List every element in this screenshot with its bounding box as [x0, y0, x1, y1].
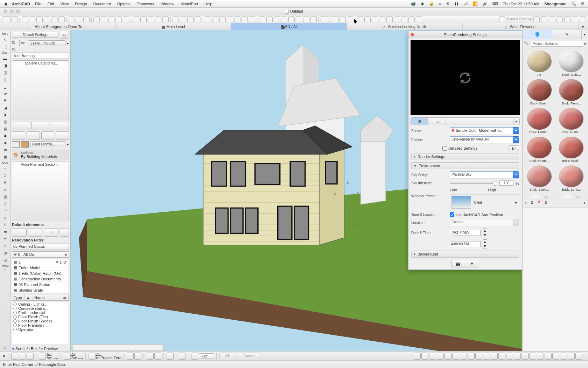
- surface-item[interactable]: Brick: Soldi...: [557, 137, 586, 163]
- tabs-overflow[interactable]: ▸: [578, 23, 588, 30]
- door-tool[interactable]: ◨: [1, 62, 9, 69]
- slab-tool[interactable]: ▱: [1, 90, 9, 97]
- surface-item[interactable]: Ceiling: 2'x2...: [557, 194, 586, 198]
- column-tool[interactable]: ▯: [1, 76, 9, 83]
- toolbar-btn[interactable]: [580, 16, 586, 22]
- section-tool[interactable]: ✂: [1, 235, 9, 242]
- construction-method-4[interactable]: [56, 131, 69, 140]
- toolbox-bottom[interactable]: ◇: [1, 344, 9, 351]
- toolbar-btn[interactable]: [173, 16, 179, 22]
- minimize-window[interactable]: [10, 9, 14, 13]
- lock-icon[interactable]: 🔒: [429, 1, 434, 6]
- construction-method-1[interactable]: [12, 131, 25, 140]
- tab-main-level[interactable]: ▦Main Level: [115, 23, 231, 30]
- bb[interactable]: [498, 353, 505, 360]
- bb[interactable]: [552, 353, 559, 360]
- bb[interactable]: [545, 353, 552, 360]
- bb[interactable]: [506, 353, 513, 360]
- bb[interactable]: [154, 353, 161, 360]
- bb[interactable]: [39, 353, 46, 360]
- morph-tool[interactable]: ◆: [1, 132, 9, 139]
- pr-tab-settings[interactable]: ⚙: [411, 118, 428, 125]
- bb[interactable]: [11, 353, 18, 360]
- qo-item[interactable]: ▦1 Fills (Color) Hatch (On)...: [12, 271, 69, 276]
- toolbar-btn[interactable]: [288, 16, 295, 22]
- surfaces-tab-pick[interactable]: ✎: [552, 30, 582, 39]
- menu-design[interactable]: Design: [75, 2, 87, 6]
- geometry-method-2[interactable]: [31, 122, 50, 130]
- keyboard-icon[interactable]: ⌨: [492, 1, 498, 6]
- drawing-tool[interactable]: ▭: [1, 228, 9, 235]
- zoom-window[interactable]: [16, 9, 20, 13]
- toolbar-btn[interactable]: [556, 16, 563, 22]
- engine-select[interactable]: CineRender by MAXON: [450, 136, 519, 143]
- background-group[interactable]: Background: [411, 251, 519, 258]
- construction-method-3[interactable]: [41, 131, 55, 140]
- building-material[interactable]: Floor Framin...: [30, 141, 65, 147]
- toolbar-btn[interactable]: [533, 16, 540, 22]
- material-swatch[interactable]: [21, 141, 29, 148]
- toolbar-btn[interactable]: [108, 16, 114, 22]
- toolbar-btn[interactable]: [133, 16, 139, 22]
- video-icon[interactable]: 📹: [411, 1, 416, 6]
- vb[interactable]: [136, 345, 142, 350]
- chevron-right-icon[interactable]: ▸: [584, 200, 586, 205]
- qo-item[interactable]: ▦Building Scale: [12, 287, 69, 293]
- close-window[interactable]: [4, 9, 7, 13]
- surface-item[interactable]: Block: CMU...: [557, 50, 586, 76]
- toolbar-btn[interactable]: [219, 16, 226, 22]
- circle-tool[interactable]: ○: [1, 214, 9, 221]
- toolbar-btn[interactable]: [148, 16, 154, 22]
- marquee-tool[interactable]: ⬚: [1, 43, 9, 50]
- layerset-select[interactable]: 👁 0 - All On▸: [12, 251, 69, 258]
- bb[interactable]: [537, 353, 544, 360]
- toolbar-btn[interactable]: [408, 16, 415, 22]
- bb[interactable]: [468, 353, 475, 360]
- level-tool[interactable]: ⊙: [1, 172, 9, 179]
- toolbar-btn[interactable]: [549, 16, 555, 22]
- zone-tool[interactable]: ▭: [1, 146, 9, 153]
- bb[interactable]: [522, 353, 528, 360]
- toolbar-btn[interactable]: [274, 16, 280, 22]
- alt-icon[interactable]: ⎇: [463, 1, 468, 6]
- toolbar-btn[interactable]: [58, 16, 65, 22]
- surface-search-input[interactable]: [531, 41, 583, 47]
- sky-setup-select[interactable]: Physical Sky: [450, 171, 519, 178]
- bb[interactable]: [452, 353, 459, 360]
- beam-tool[interactable]: ⎯: [1, 83, 9, 90]
- menu-document[interactable]: Document: [93, 2, 111, 6]
- cancel-button[interactable]: Cancel: [238, 353, 260, 359]
- time-stepper[interactable]: ▲▼: [483, 239, 487, 248]
- toolbar-btn[interactable]: [180, 16, 186, 22]
- toolbar-btn[interactable]: [162, 16, 169, 22]
- qo-item[interactable]: ▦1'= 1'-0": [12, 259, 69, 265]
- vb[interactable]: [122, 345, 128, 350]
- toolbar-btn[interactable]: [372, 16, 378, 22]
- menu-window[interactable]: Window: [161, 2, 174, 6]
- toolbar-btn[interactable]: [541, 16, 547, 22]
- toolbar-btn[interactable]: [2, 16, 10, 22]
- bb[interactable]: [179, 353, 186, 360]
- bb[interactable]: [64, 353, 71, 360]
- toolbar-btn[interactable]: [347, 16, 353, 22]
- vb[interactable]: [80, 345, 86, 350]
- camera-dropdown[interactable]: ▼: [465, 260, 479, 267]
- scene-select[interactable]: Simple Color Model with Li...: [450, 127, 519, 134]
- bb[interactable]: [437, 353, 444, 360]
- toolbar-btn[interactable]: [401, 16, 407, 22]
- toolbar-btn[interactable]: [394, 16, 400, 22]
- toolbar-btn[interactable]: [44, 16, 50, 22]
- pr-preview[interactable]: [411, 40, 520, 115]
- bb[interactable]: [514, 353, 521, 360]
- geometry-method-3[interactable]: [51, 122, 69, 130]
- menu-edit[interactable]: Edit: [48, 2, 54, 6]
- bb[interactable]: [429, 353, 436, 360]
- toolbar-btn[interactable]: [296, 16, 302, 22]
- id-field[interactable]: [12, 53, 69, 59]
- surface-item[interactable]: Brick: Runni...: [525, 137, 554, 163]
- roof-tool[interactable]: ◢: [1, 104, 9, 111]
- vb[interactable]: [129, 345, 135, 350]
- bb[interactable]: [575, 353, 582, 360]
- arrow-tool[interactable]: ↖: [1, 36, 9, 43]
- toolbar-btn[interactable]: [187, 16, 194, 22]
